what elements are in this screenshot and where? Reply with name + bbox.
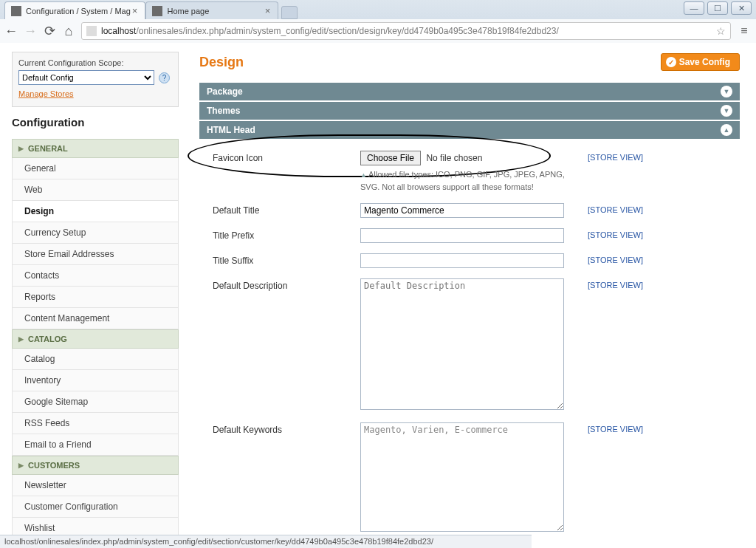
browser-toolbar: ← → ⟳ ⌂ localhost/onlinesales/index.php/… xyxy=(0,19,756,43)
save-label: Save Config xyxy=(679,57,730,67)
nav-group-head[interactable]: ▶CATALOG xyxy=(12,329,179,349)
title-suffix-input[interactable] xyxy=(360,253,564,268)
nav-group-label: CATALOG xyxy=(28,335,67,343)
nav-group-head[interactable]: ▶CUSTOMERS xyxy=(12,456,179,475)
nav-item[interactable]: Web xyxy=(12,179,179,201)
field-label: Default Title xyxy=(213,203,360,216)
save-config-button[interactable]: ✓ Save Config xyxy=(661,53,740,71)
nav-group-label: GENERAL xyxy=(28,144,68,153)
new-tab-button[interactable] xyxy=(281,6,298,19)
scope-tag: [STORE VIEW] xyxy=(588,253,643,264)
field-label: Default Keywords xyxy=(213,422,360,435)
main-content: Design ✓ Save Config Package ▼ Themes ▼ … xyxy=(186,43,756,535)
nav-item[interactable]: Content Management xyxy=(12,308,179,329)
nav-item[interactable]: Contacts xyxy=(12,265,179,287)
html-head-form: Favicon Icon Choose File No file chosen … xyxy=(199,140,740,548)
tab-close-icon[interactable]: × xyxy=(264,5,272,16)
scope-tag: [STORE VIEW] xyxy=(588,228,643,239)
browser-chrome: — ☐ ✕ Configuration / System / Mag × Hom… xyxy=(0,0,756,43)
choose-file-button[interactable]: Choose File xyxy=(360,151,421,165)
nav-group-label: CUSTOMERS xyxy=(28,461,80,470)
file-note: ▲Allowed file types: ICO, PNG, GIF, JPG,… xyxy=(360,168,567,193)
nav-item[interactable]: Catalog xyxy=(12,349,179,370)
field-label: Default Description xyxy=(213,278,360,291)
window-maximize[interactable]: ☐ xyxy=(707,1,728,15)
browser-menu-button[interactable]: ≡ xyxy=(737,24,752,38)
url-host: localhost xyxy=(101,26,136,36)
window-minimize[interactable]: — xyxy=(684,1,704,15)
triangle-icon: ▶ xyxy=(18,335,24,343)
sidebar: Current Configuration Scope: Default Con… xyxy=(0,43,186,535)
url-path: /onlinesales/index.php/admin/system_conf… xyxy=(136,26,558,36)
file-status: No file chosen xyxy=(426,153,482,163)
section-title: HTML Head xyxy=(207,125,255,135)
triangle-icon: ▶ xyxy=(18,462,24,469)
chevron-down-icon: ▼ xyxy=(721,105,732,117)
page-icon xyxy=(86,26,97,36)
scope-tag: [STORE VIEW] xyxy=(588,151,643,162)
scope-select[interactable]: Default Config xyxy=(18,70,154,85)
scope-tag: [STORE VIEW] xyxy=(588,422,643,434)
triangle-icon: ▶ xyxy=(18,145,24,152)
field-label: Favicon Icon xyxy=(213,151,360,163)
section-title: Package xyxy=(207,86,243,97)
field-label: Title Prefix xyxy=(213,228,360,241)
tab-title: Home page xyxy=(167,7,209,16)
favicon-icon xyxy=(11,6,21,16)
page-title: Design xyxy=(199,55,244,70)
window-close[interactable]: ✕ xyxy=(731,1,752,15)
section-package[interactable]: Package ▼ xyxy=(199,83,740,100)
back-button[interactable]: ← xyxy=(4,24,18,38)
chevron-down-icon: ▼ xyxy=(721,86,732,97)
nav-item[interactable]: Google Sitemap xyxy=(12,391,179,413)
default-keywords-textarea[interactable] xyxy=(360,422,564,532)
address-bar[interactable]: localhost/onlinesales/index.php/admin/sy… xyxy=(81,22,731,40)
config-scope-box: Current Configuration Scope: Default Con… xyxy=(12,52,179,107)
nav-item[interactable]: Reports xyxy=(12,287,179,308)
help-icon[interactable]: ? xyxy=(159,72,170,83)
tab-title: Configuration / System / Mag xyxy=(26,7,131,16)
section-themes[interactable]: Themes ▼ xyxy=(199,102,740,120)
nav-item[interactable]: Newsletter xyxy=(12,475,179,496)
default-description-textarea[interactable] xyxy=(360,278,564,410)
bookmark-star-icon[interactable]: ☆ xyxy=(716,25,726,37)
tab-close-icon[interactable]: × xyxy=(131,5,140,16)
chevron-up-icon: ▲ xyxy=(721,124,732,136)
sidebar-title: Configuration xyxy=(12,116,179,129)
browser-tab[interactable]: Home page × xyxy=(145,1,278,19)
nav-item[interactable]: Store Email Addresses xyxy=(12,244,179,265)
status-bar: localhost/onlinesales/index.php/admin/sy… xyxy=(0,535,532,548)
field-label: Title Suffix xyxy=(213,253,360,266)
tab-strip: Configuration / System / Mag × Home page… xyxy=(0,0,756,19)
section-title: Themes xyxy=(207,106,240,116)
title-prefix-input[interactable] xyxy=(360,228,564,243)
nav-item[interactable]: Inventory xyxy=(12,370,179,391)
manage-stores-link[interactable]: Manage Stores xyxy=(18,89,74,98)
scope-tag: [STORE VIEW] xyxy=(588,278,643,290)
nav-item[interactable]: Design xyxy=(12,201,179,222)
section-html-head[interactable]: HTML Head ▲ xyxy=(199,121,740,139)
reload-button[interactable]: ⟳ xyxy=(43,24,56,38)
scope-tag: [STORE VIEW] xyxy=(588,203,643,214)
browser-tab-active[interactable]: Configuration / System / Mag × xyxy=(4,1,145,19)
default-title-input[interactable] xyxy=(360,203,564,218)
check-icon: ✓ xyxy=(666,57,676,67)
favicon-icon xyxy=(152,6,162,16)
nav-item[interactable]: Currency Setup xyxy=(12,222,179,244)
home-button[interactable]: ⌂ xyxy=(62,24,75,38)
nav-item[interactable]: General xyxy=(12,158,179,179)
forward-button[interactable]: → xyxy=(24,24,37,38)
nav-group-head[interactable]: ▶GENERAL xyxy=(12,139,179,158)
scope-label: Current Configuration Scope: xyxy=(18,58,172,67)
nav-item[interactable]: Email to a Friend xyxy=(12,434,179,456)
nav-item[interactable]: RSS Feeds xyxy=(12,413,179,434)
nav-item[interactable]: Customer Configuration xyxy=(12,496,179,518)
